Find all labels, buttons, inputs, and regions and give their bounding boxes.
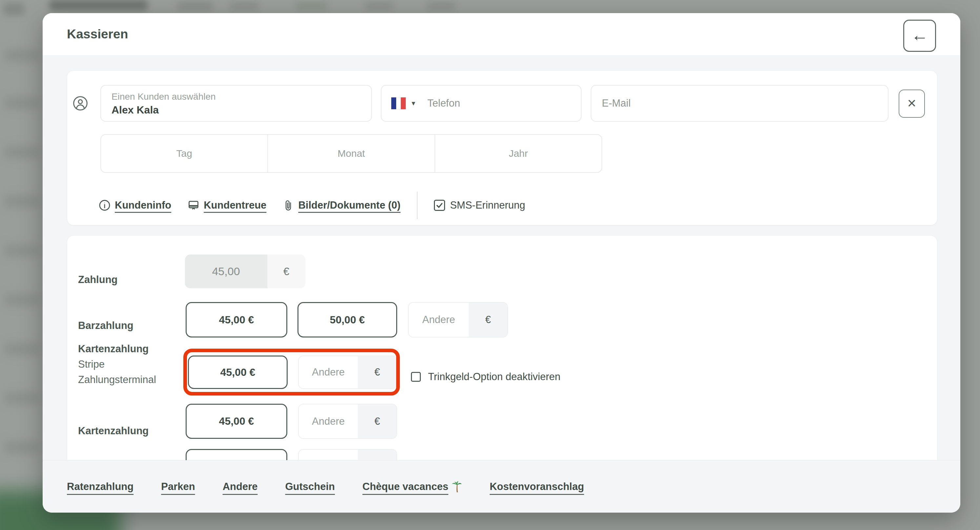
phone-placeholder: Telefon: [427, 86, 460, 121]
background-sidebar-item-blur: [5, 441, 39, 454]
sms-reminder-toggle[interactable]: SMS-Erinnerung: [434, 199, 525, 211]
screen: Kassieren ← Einen Kunden auswählen Alex …: [0, 0, 980, 530]
loyalty-card-icon: [188, 199, 199, 211]
france-flag-icon[interactable]: [391, 97, 406, 109]
paperclip-icon: [283, 199, 294, 211]
cost-estimate-link[interactable]: Kostenvoranschlag: [490, 481, 584, 493]
customer-select-value: Alex Kala: [111, 104, 159, 116]
person-icon: [73, 96, 88, 111]
phone-input[interactable]: ▾ Telefon: [381, 85, 582, 122]
card-terminal-label-line1: Kartenzahlung: [78, 343, 149, 355]
close-icon: ×: [907, 95, 916, 110]
payment-total-input-disabled: 45,00 €: [185, 255, 305, 288]
documents-label: Bilder/Dokumente (0): [298, 199, 401, 211]
birthdate-input-group: Tag Monat Jahr: [100, 134, 602, 173]
day-field[interactable]: Tag: [101, 135, 267, 172]
card-other-placeholder: Andere: [299, 404, 358, 438]
customer-section: Einen Kunden auswählen Alex Kala ▾ Telef…: [67, 70, 937, 225]
disable-tip-checkbox-unchecked[interactable]: [411, 372, 421, 382]
background-tab-blur: [426, 2, 456, 11]
voucher-link[interactable]: Gutschein: [285, 481, 335, 493]
background-sidebar-item-blur: [5, 293, 39, 306]
card-payment-label: Kartenzahlung: [78, 425, 149, 437]
info-icon: [99, 199, 111, 211]
terminal-other-placeholder: Andere: [299, 356, 358, 388]
cheque-vacances-link[interactable]: Chèque vacances: [363, 481, 462, 493]
customer-info-label: Kundeninfo: [115, 199, 171, 211]
kassieren-modal: Kassieren ← Einen Kunden auswählen Alex …: [43, 13, 960, 512]
cash-other-placeholder: Andere: [409, 303, 469, 337]
terminal-other-amount-input[interactable]: Andere €: [298, 355, 397, 389]
background-menu-blur: [3, 3, 24, 16]
card-terminal-label-line2: Stripe: [78, 358, 105, 370]
year-field[interactable]: Jahr: [434, 135, 601, 172]
payment-total-value: 45,00: [185, 255, 267, 288]
sms-reminder-label: SMS-Erinnerung: [450, 199, 525, 211]
sms-checkbox-checked[interactable]: [434, 200, 445, 211]
modal-header: Kassieren ←: [43, 13, 960, 55]
check-icon: [436, 201, 444, 209]
background-tab-blur: [295, 2, 328, 11]
month-field[interactable]: Monat: [267, 135, 434, 172]
background-sidebar-item-blur: [5, 195, 39, 208]
background-tab-blur: [364, 2, 394, 11]
payment-section: Zahlung 45,00 € Barzahlung 45,00 € 50,00…: [67, 236, 937, 460]
background-sidebar-item-blur: [5, 97, 39, 109]
currency-suffix: €: [358, 356, 396, 388]
customer-loyalty-link[interactable]: Kundentreue: [188, 199, 266, 211]
customer-select-label: Einen Kunden auswählen: [111, 91, 216, 102]
footer: Ratenzahlung Parken Andere Gutschein Chè…: [43, 460, 960, 512]
currency-suffix: €: [469, 303, 508, 337]
palm-tree-icon: [451, 481, 462, 493]
email-input[interactable]: E-Mail: [591, 85, 888, 122]
background-tab-blur: [229, 2, 259, 11]
disable-tip-label: Trinkgeld-Option deaktivieren: [428, 371, 560, 383]
park-link[interactable]: Parken: [161, 481, 195, 493]
cash-exact-amount-button[interactable]: 45,00 €: [186, 302, 287, 337]
background-sidebar-item-blur: [5, 343, 39, 355]
divider: [417, 191, 417, 219]
card-other-amount-input[interactable]: Andere €: [298, 404, 397, 439]
payment-total-label: Zahlung: [78, 274, 118, 286]
next-payment-other-input-partial[interactable]: [298, 449, 397, 460]
customer-select[interactable]: Einen Kunden auswählen Alex Kala: [100, 85, 372, 122]
chevron-down-icon: ▾: [412, 86, 415, 121]
back-button[interactable]: ←: [903, 20, 936, 52]
email-placeholder: E-Mail: [602, 86, 631, 121]
cash-rounded-amount-button[interactable]: 50,00 €: [298, 302, 397, 337]
background-sidebar-item-blur: [5, 392, 39, 404]
clear-customer-button[interactable]: ×: [899, 89, 925, 118]
installment-link[interactable]: Ratenzahlung: [67, 481, 134, 493]
card-terminal-label-line3: Zahlungsterminal: [78, 374, 156, 386]
modal-body: Einen Kunden auswählen Alex Kala ▾ Telef…: [43, 55, 960, 460]
terminal-amount-button[interactable]: 45,00 €: [188, 355, 288, 389]
background-title-blur: [49, 0, 148, 11]
back-arrow-icon: ←: [911, 27, 928, 44]
cheque-vacances-label: Chèque vacances: [363, 481, 449, 493]
modal-title: Kassieren: [67, 27, 128, 41]
documents-link[interactable]: Bilder/Dokumente (0): [283, 199, 401, 211]
next-payment-amount-button-partial[interactable]: [186, 449, 287, 460]
currency-suffix: €: [358, 404, 396, 438]
customer-links-row: Kundeninfo Kundentreue: [99, 191, 525, 219]
background-sidebar-item-blur: [5, 146, 39, 158]
background-sidebar-item-blur: [5, 49, 39, 62]
background-sidebar-item-blur: [5, 244, 39, 257]
currency-suffix: €: [267, 255, 305, 288]
cash-other-amount-input[interactable]: Andere €: [408, 302, 508, 337]
other-link[interactable]: Andere: [223, 481, 258, 493]
cash-payment-label: Barzahlung: [78, 320, 134, 331]
background-tab-blur: [177, 2, 213, 11]
customer-info-link[interactable]: Kundeninfo: [99, 199, 171, 211]
customer-loyalty-label: Kundentreue: [204, 199, 266, 211]
card-amount-button[interactable]: 45,00 €: [186, 404, 287, 439]
